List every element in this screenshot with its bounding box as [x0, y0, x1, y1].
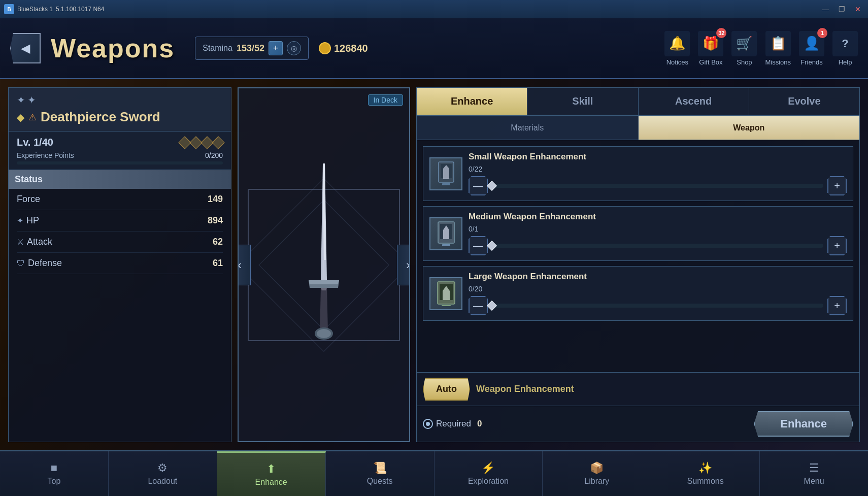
diamond-4 [212, 136, 224, 149]
notices-label: Notices [666, 58, 688, 66]
app-logo: B [4, 4, 14, 14]
subtabs-row: Materials Weapon [417, 116, 859, 140]
nav-summons-label: Summons [687, 477, 724, 486]
star-1: ✦ [17, 94, 25, 106]
enhance-action-button[interactable]: Enhance [754, 411, 853, 437]
back-button[interactable]: ◀ [10, 33, 41, 63]
svg-rect-11 [442, 305, 451, 306]
attack-icon: ⚔ [17, 237, 24, 247]
nav-enhance[interactable]: ⬆ Enhance [217, 451, 326, 496]
nav-menu[interactable]: ☰ Menu [760, 451, 868, 496]
enhance-item-medium-info: Medium Weapon Enhancement 0/1 — + [469, 212, 847, 255]
stamina-target-button[interactable]: ◎ [287, 41, 301, 55]
required-circle-icon [423, 419, 433, 429]
subtab-materials[interactable]: Materials [417, 116, 639, 140]
required-label: Required [436, 419, 471, 429]
nav-top-icon: ■ [51, 461, 57, 475]
svg-point-1 [317, 329, 331, 338]
nav-top[interactable]: ■ Top [0, 451, 109, 496]
tab-enhance[interactable]: Enhance [417, 88, 527, 115]
window-minimize[interactable]: — [819, 3, 831, 15]
auto-label: Weapon Enhancement [476, 384, 574, 394]
nav-quests-icon: 📜 [373, 461, 387, 475]
force-label: Force [17, 194, 40, 205]
gift-box-button[interactable]: 32 🎁 Gift Box [698, 31, 723, 66]
status-header: Status [9, 170, 231, 189]
page-title: Weapons [51, 33, 175, 63]
tab-ascend[interactable]: Ascend [639, 88, 749, 115]
defense-icon: 🛡 [17, 259, 25, 268]
nav-quests[interactable]: 📜 Quests [326, 451, 435, 496]
nav-library[interactable]: 📦 Library [543, 451, 651, 496]
nav-quests-label: Quests [367, 477, 393, 486]
defense-label: 🛡 Defense [17, 258, 62, 269]
enhance-medium-controls: — + [469, 236, 847, 255]
enhance-large-count: 0/20 [469, 285, 847, 293]
tab-evolve[interactable]: Evolve [749, 88, 859, 115]
window-resize[interactable]: ❐ [836, 3, 848, 15]
nav-top-label: Top [48, 477, 61, 486]
in-deck-badge: In Deck [368, 94, 403, 106]
nav-enhance-label: Enhance [255, 478, 287, 487]
exp-label: Experience Points [17, 151, 74, 159]
missions-icon: 📋 [765, 31, 791, 56]
stamina-section: Stamina 153/52 + ◎ [195, 37, 309, 60]
window-close[interactable]: ✕ [852, 3, 864, 15]
stat-force: Force 149 [17, 189, 223, 210]
nav-menu-label: Menu [804, 477, 824, 486]
enhance-medium-track[interactable] [492, 244, 823, 248]
nav-enhance-icon: ⬆ [266, 462, 276, 476]
enhance-medium-count: 0/1 [469, 225, 847, 233]
enhance-medium-name: Medium Weapon Enhancement [469, 212, 847, 222]
stat-attack: ⚔ Attack 62 [17, 232, 223, 253]
enhance-large-minus[interactable]: — [469, 296, 488, 315]
exp-bar [17, 161, 223, 164]
gold-icon [319, 42, 331, 54]
stamina-add-button[interactable]: + [269, 41, 283, 55]
shop-button[interactable]: 🛒 Shop [731, 31, 757, 66]
svg-rect-5 [442, 183, 450, 185]
attack-label: ⚔ Attack [17, 237, 52, 247]
subtab-weapon[interactable]: Weapon [639, 116, 860, 140]
nav-loadout-label: Loadout [148, 477, 177, 486]
help-button[interactable]: ? Help [832, 31, 858, 66]
missions-label: Missions [765, 58, 791, 66]
enhance-small-track[interactable] [492, 184, 823, 188]
circle-inner [426, 422, 430, 426]
enhance-small-controls: — + [469, 176, 847, 195]
enhance-small-plus[interactable]: + [827, 176, 847, 195]
nav-summons[interactable]: ✨ Summons [651, 451, 760, 496]
enhance-small-minus[interactable]: — [469, 176, 488, 195]
nav-exploration[interactable]: ⚡ Exploration [435, 451, 543, 496]
auto-button[interactable]: Auto [423, 378, 470, 401]
enhance-small-name: Small Weapon Enhancement [469, 152, 847, 162]
friends-label: Friends [800, 58, 822, 66]
hp-value: 894 [208, 215, 223, 226]
game-area: ◀ Weapons Stamina 153/52 + ◎ 126840 🔔 No… [0, 18, 868, 496]
status-section: Status Force 149 ✦ HP 894 ⚔ Attack 62 [9, 170, 231, 274]
gift-box-badge: 32 [716, 28, 726, 38]
gift-box-label: Gift Box [699, 58, 722, 66]
nav-summons-icon: ✨ [698, 461, 712, 475]
weapon-sword-svg [278, 158, 370, 372]
nav-loadout[interactable]: ⚙ Loadout [109, 451, 217, 496]
tabs-row: Enhance Skill Ascend Evolve [417, 88, 859, 116]
tab-skill[interactable]: Skill [527, 88, 638, 115]
enhance-medium-minus[interactable]: — [469, 236, 488, 255]
weapon-level-section: Lv. 1/40 Experience Points 0/200 [9, 131, 231, 170]
enhance-large-plus[interactable]: + [827, 296, 847, 315]
content-area: ✦ ✦ ◆ ⚠ Deathpierce Sword Lv. 1/40 [0, 79, 868, 450]
prev-weapon-button[interactable]: ‹ [238, 245, 251, 285]
enhance-large-track[interactable] [492, 304, 823, 308]
svg-rect-8 [442, 244, 450, 246]
enhance-large-name: Large Weapon Enhancement [469, 272, 847, 282]
notices-button[interactable]: 🔔 Notices [664, 31, 690, 66]
next-weapon-button[interactable]: › [397, 245, 410, 285]
enhance-medium-plus[interactable]: + [827, 236, 847, 255]
nav-exploration-icon: ⚡ [481, 461, 495, 475]
shop-label: Shop [737, 58, 752, 66]
friends-button[interactable]: 1 👤 Friends [799, 31, 824, 66]
friends-badge: 1 [817, 28, 827, 38]
missions-button[interactable]: 📋 Missions [765, 31, 791, 66]
notices-icon: 🔔 [664, 31, 690, 56]
